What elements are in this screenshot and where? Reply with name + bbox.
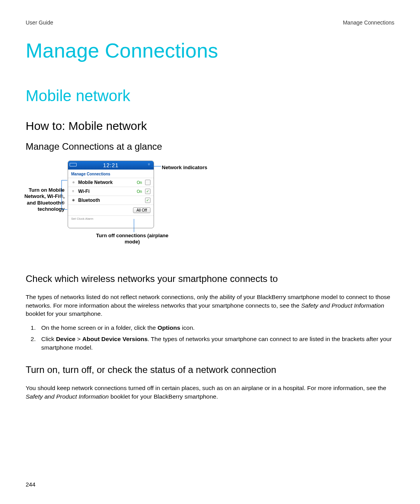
row-label: Wi-Fi — [78, 189, 135, 194]
panel-title: Manage Connections — [68, 170, 154, 178]
turn-on-off-heading: Turn on, turn off, or check the status o… — [26, 364, 394, 375]
row-mobile-network: ¤ Mobile Network On — [68, 178, 154, 187]
callout-airplane-mode: Turn off connections (airplane mode) — [93, 233, 171, 245]
text: You should keep network connections turn… — [26, 385, 386, 391]
row-label: Bluetooth — [78, 198, 140, 203]
check-networks-heading: Check which wireless networks your smart… — [26, 273, 394, 284]
phone-clock: 12:21 — [103, 162, 119, 168]
callout-bracket-stem — [61, 194, 62, 194]
bluetooth-icon: ✱ — [71, 198, 76, 202]
callout-bracket — [61, 180, 67, 210]
phone-status-bar: 12:21 ᯤ — [68, 161, 154, 170]
step-2: Click Device > About Device Versions. Th… — [37, 335, 394, 352]
antenna-icon: ¤ — [71, 180, 76, 184]
check-networks-paragraph: The types of networks listed do not refl… — [26, 293, 394, 318]
text: booklet for your BlackBerry smartphone. — [109, 393, 218, 400]
row-state: On — [137, 189, 142, 194]
cutoff-row: Set Clock Alarm — [68, 215, 154, 220]
callout-turn-on: Turn on Mobile Network, Wi-Fi®, and Blue… — [21, 187, 65, 212]
glance-diagram: Turn on Mobile Network, Wi-Fi®, and Blue… — [65, 161, 267, 254]
row-state: On — [137, 180, 142, 185]
page-number: 244 — [26, 481, 35, 488]
battery-icon — [70, 163, 77, 166]
header-right: Manage Connections — [343, 19, 394, 26]
options-bold: Options — [158, 324, 180, 331]
row-checkbox: ✓ — [145, 189, 150, 194]
row-checkbox: ✓ — [145, 198, 150, 203]
glance-heading: Manage Connections at a glance — [26, 141, 394, 152]
connector-line — [134, 219, 134, 232]
row-wifi: ᯤ Wi-Fi On ✓ — [68, 187, 154, 196]
text: Click — [41, 336, 56, 342]
page: User Guide Manage Connections Manage Con… — [0, 0, 420, 504]
row-bluetooth: ✱ Bluetooth ✓ — [68, 196, 154, 205]
phone-screenshot: 12:21 ᯤ Manage Connections ¤ Mobile Netw… — [68, 161, 154, 228]
page-header: User Guide Manage Connections — [26, 19, 394, 26]
all-off-button: All Off — [133, 207, 150, 213]
about-device-versions-bold: About Device Versions — [82, 336, 148, 342]
section-title: Mobile network — [26, 87, 394, 105]
connector-line — [151, 166, 161, 166]
header-left: User Guide — [26, 19, 53, 26]
turn-on-off-paragraph: You should keep network connections turn… — [26, 384, 394, 401]
callout-network-indicators: Network indicators — [162, 164, 208, 171]
all-off-row: All Off — [68, 205, 154, 215]
chapter-title: Manage Connections — [26, 39, 394, 62]
row-checkbox — [145, 180, 150, 185]
wifi-icon: ᯤ — [71, 189, 76, 193]
step-1: On the home screen or in a folder, click… — [37, 324, 394, 332]
steps-list: On the home screen or in a folder, click… — [26, 324, 394, 352]
text: On the home screen or in a folder, click… — [41, 324, 158, 331]
device-bold: Device — [56, 336, 75, 342]
howto-heading: How to: Mobile network — [26, 119, 394, 133]
text: > — [75, 336, 82, 342]
text: booklet for your smartphone. — [26, 310, 102, 317]
booklet-title-italic: Safety and Product Information — [301, 302, 384, 309]
booklet-title-italic: Safety and Product Information — [26, 393, 109, 400]
text: icon. — [180, 324, 195, 331]
row-label: Mobile Network — [78, 180, 135, 185]
